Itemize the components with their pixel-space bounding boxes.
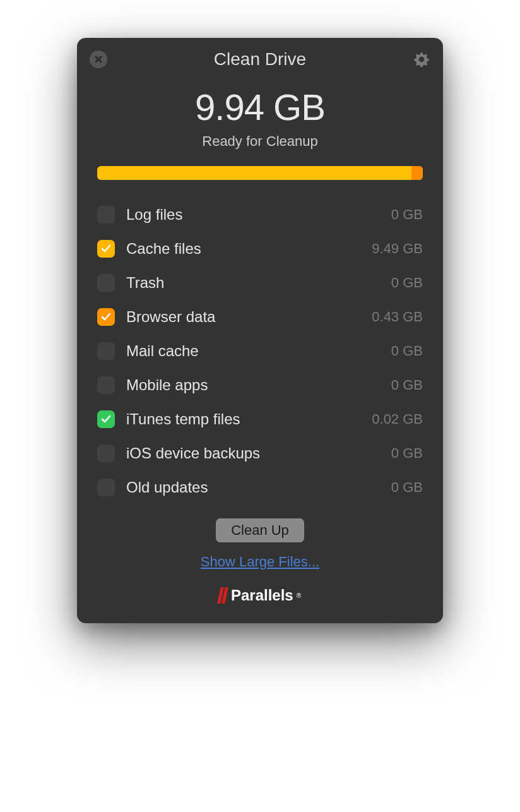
item-size: 0 GB xyxy=(391,445,423,462)
checkbox-log-files[interactable] xyxy=(97,206,115,224)
total-size: 9.94 GB xyxy=(77,86,443,128)
close-button[interactable] xyxy=(90,51,107,68)
close-icon xyxy=(93,54,103,64)
item-size: 0 GB xyxy=(391,275,423,291)
checkbox-trash[interactable] xyxy=(97,274,115,292)
show-large-files-link[interactable]: Show Large Files... xyxy=(201,554,319,570)
usage-bar xyxy=(97,166,423,180)
checkmark-icon xyxy=(100,243,112,254)
item-label: Trash xyxy=(126,274,391,292)
parallels-bars-icon xyxy=(219,587,227,604)
list-item: Mail cache 0 GB xyxy=(97,334,423,368)
gear-icon xyxy=(413,51,430,68)
list-item: Mobile apps 0 GB xyxy=(97,368,423,402)
item-label: Log files xyxy=(126,206,391,224)
actions: Clean Up Show Large Files... xyxy=(77,518,443,570)
item-label: Cache files xyxy=(126,240,372,258)
checkbox-cache-files[interactable] xyxy=(97,240,115,258)
checkbox-mobile-apps[interactable] xyxy=(97,376,115,394)
checkmark-icon xyxy=(100,311,112,323)
item-size: 0 GB xyxy=(391,377,423,393)
checkmark-icon xyxy=(100,414,112,425)
item-size: 0.43 GB xyxy=(372,309,423,325)
list-item: Cache files 9.49 GB xyxy=(97,232,423,266)
item-size: 0 GB xyxy=(391,479,423,496)
checkbox-ios-backups[interactable] xyxy=(97,445,115,462)
list-item: Trash 0 GB xyxy=(97,266,423,300)
item-label: Old updates xyxy=(126,479,391,496)
list-item: Log files 0 GB xyxy=(97,198,423,232)
registered-mark: ® xyxy=(297,592,301,599)
item-label: Mail cache xyxy=(126,342,391,360)
list-item: Browser data 0.43 GB xyxy=(97,300,423,334)
cleanup-button[interactable]: Clean Up xyxy=(216,518,304,542)
clean-drive-window: Clean Drive 9.94 GB Ready for Cleanup Lo… xyxy=(77,38,443,623)
item-label: Mobile apps xyxy=(126,376,391,394)
window-title: Clean Drive xyxy=(214,49,306,69)
item-size: 0.02 GB xyxy=(372,411,423,427)
checkbox-itunes-temp[interactable] xyxy=(97,410,115,428)
settings-button[interactable] xyxy=(413,51,430,68)
list-item: iTunes temp files 0.02 GB xyxy=(97,402,423,436)
item-list: Log files 0 GB Cache files 9.49 GB Trash… xyxy=(97,198,423,505)
checkbox-mail-cache[interactable] xyxy=(97,342,115,360)
item-label: Browser data xyxy=(126,308,372,326)
checkbox-browser-data[interactable] xyxy=(97,308,115,326)
item-label: iOS device backups xyxy=(126,445,391,462)
item-size: 9.49 GB xyxy=(372,241,423,257)
checkbox-old-updates[interactable] xyxy=(97,479,115,496)
status-text: Ready for Cleanup xyxy=(77,133,443,150)
item-size: 0 GB xyxy=(391,206,423,223)
list-item: Old updates 0 GB xyxy=(97,470,423,505)
branding-logo: Parallels® xyxy=(77,587,443,604)
titlebar: Clean Drive xyxy=(77,38,443,76)
list-item: iOS device backups 0 GB xyxy=(97,436,423,470)
branding-name: Parallels xyxy=(231,587,293,604)
item-size: 0 GB xyxy=(391,343,423,359)
item-label: iTunes temp files xyxy=(126,410,372,428)
